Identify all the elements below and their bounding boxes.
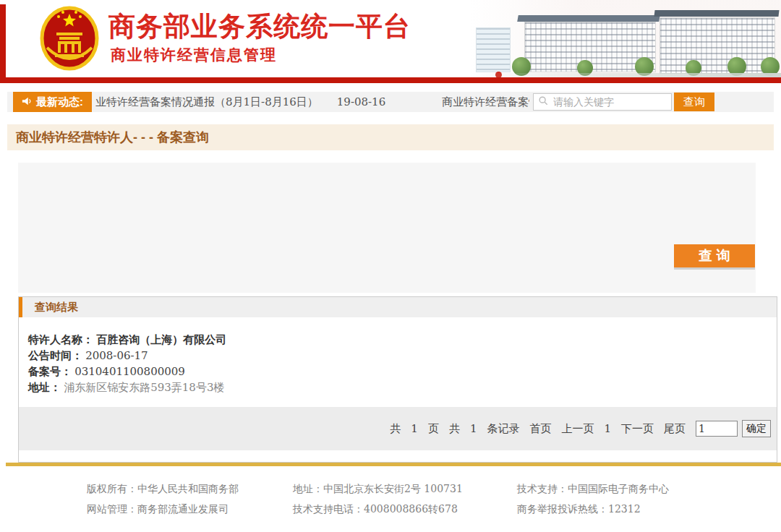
record-announce-label: 公告时间：	[28, 349, 82, 361]
latest-news-badge: 最新动态:	[13, 92, 92, 112]
record-name-row: 特许人名称： 百胜咨询（上海）有限公司	[28, 332, 777, 348]
footer-hotline-value: 12312	[608, 503, 641, 515]
footer-tech-support: 技术支持：中国国际电子商务中心	[517, 483, 669, 496]
footer-address-label: 地址：	[293, 483, 323, 494]
header-left-red-strip	[0, 4, 6, 77]
footer-hotline: 商务举报投诉热线：12312	[517, 503, 641, 516]
footer-support-phone-label: 技术支持电话：	[293, 503, 364, 515]
pagination-next-link[interactable]: 下一页	[621, 422, 654, 436]
record-name-value: 百胜咨询（上海）有限公司	[96, 333, 226, 346]
header: 商务部业务系统统一平台 商业特许经营信息管理	[0, 0, 781, 77]
pagination-confirm-button[interactable]: 确定	[742, 420, 771, 437]
building-tower	[476, 27, 511, 72]
record-address-row: 地址： 浦东新区锦安东路593弄18号3楼	[28, 379, 777, 395]
query-results-panel: 查询结果 特许人名称： 百胜咨询（上海）有限公司 公告时间： 2008-06-1…	[18, 296, 777, 463]
footer-copyright-label: 版权所有：	[87, 483, 137, 494]
footer-address: 地址：中国北京东长安街2号 100731	[293, 483, 463, 496]
search-icon	[538, 95, 548, 108]
footer-support-phone: 技术支持电话：4008008866转678	[293, 503, 458, 516]
record-filing-row: 备案号： 0310401100800009	[28, 364, 777, 379]
keyword-search-button[interactable]: 查询	[674, 93, 714, 111]
footer-divider-bar	[6, 463, 781, 466]
footer-hotline-label: 商务举报投诉热线：	[517, 503, 608, 515]
footer-copyright: 版权所有：中华人民共和国商务部	[87, 483, 239, 496]
ministry-building-image	[470, 0, 781, 77]
keyword-search-input[interactable]	[552, 95, 683, 108]
pagination-record-count: 1	[470, 422, 477, 435]
site-subtitle: 商业特许经营信息管理	[111, 45, 277, 65]
building-roof	[654, 10, 779, 17]
footer-site-management: 网站管理：商务部流通业发展司	[87, 503, 229, 516]
pagination-page-count: 1	[411, 422, 418, 435]
site-title: 商务部业务系统统一平台	[108, 9, 411, 45]
national-emblem-icon	[40, 6, 99, 71]
header-divider-bar	[0, 77, 781, 83]
pagination-current-page[interactable]: 1	[604, 422, 611, 435]
building-roof	[517, 15, 660, 22]
query-submit-button[interactable]: 查 询	[674, 244, 755, 267]
pagination-record-prefix: 共	[449, 422, 460, 436]
pagination-prev-link[interactable]: 上一页	[561, 422, 594, 436]
record-address-value: 浦东新区锦安东路593弄18号3楼	[64, 381, 224, 394]
pagination-total-prefix: 共	[390, 422, 401, 436]
pagination-bar: 共 1 页 共 1 条记录 首页 上一页 1 下一页 尾页 确定	[19, 407, 777, 450]
filing-query-form: 公司名称: 特许品牌: 经营资源: 备案时间: 至 所属区域: 选择省份 ▼ 选…	[18, 163, 756, 293]
footer-tech-support-value: 中国国际电子商务中心	[568, 483, 669, 494]
footer-tech-support-label: 技术支持：	[517, 483, 568, 494]
footer-address-value: 中国北京东长安街2号 100731	[323, 483, 463, 494]
footer-support-phone-value: 4008008866转678	[364, 503, 458, 515]
record-announce-value: 2008-06-17	[85, 349, 148, 362]
record-address-label: 地址：	[28, 381, 61, 393]
record-announce-row: 公告时间： 2008-06-17	[28, 348, 777, 364]
latest-news-label: 最新动态:	[36, 95, 83, 109]
news-ticker-items: 业特许经营备案情况通报（8月1日-8月16日） 19-08-16 商业特许经营备…	[95, 92, 529, 112]
pagination-record-suffix: 条记录	[487, 422, 519, 436]
page-title: 商业特许经营特许人- - - 备案查询	[7, 124, 774, 150]
horn-icon	[22, 96, 32, 108]
footer-copyright-value: 中华人民共和国商务部	[137, 483, 239, 494]
pagination-last-link[interactable]: 尾页	[664, 422, 686, 436]
news-item-link[interactable]: 商业特许经营备案情况通报	[442, 95, 529, 109]
pagination-goto-input[interactable]	[696, 421, 738, 437]
result-record: 特许人名称： 百胜咨询（上海）有限公司 公告时间： 2008-06-17 备案号…	[19, 317, 777, 395]
record-filing-value: 0310401100800009	[74, 365, 185, 378]
record-filing-label: 备案号：	[28, 365, 72, 377]
pagination-page-suffix: 页	[428, 422, 439, 436]
news-item-date: 19-08-16	[337, 95, 385, 108]
footer-site-management-label: 网站管理：	[87, 503, 137, 515]
keyword-search-box	[533, 93, 672, 111]
news-item-link[interactable]: 业特许经营备案情况通报（8月1日-8月16日）	[95, 95, 318, 109]
news-ticker-bar: 最新动态: 业特许经营备案情况通报（8月1日-8月16日） 19-08-16 商…	[7, 92, 774, 112]
results-header: 查询结果	[19, 297, 777, 317]
footer-site-management-value: 商务部流通业发展司	[137, 503, 229, 515]
record-name-label: 特许人名称：	[28, 333, 93, 346]
pagination-first-link[interactable]: 首页	[529, 422, 551, 436]
building-block	[660, 17, 775, 74]
